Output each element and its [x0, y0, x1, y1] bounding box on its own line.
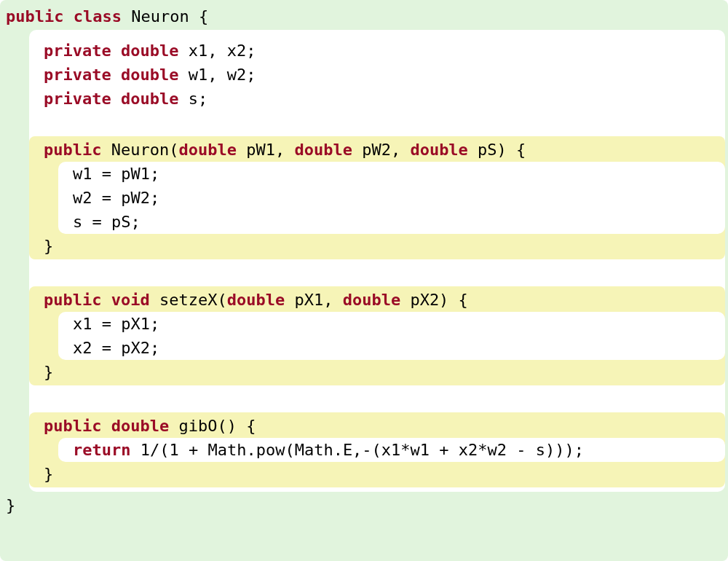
ctor-param: pS) { [468, 141, 526, 159]
ctor-param: pW2, [352, 141, 410, 159]
close-brace: } [29, 234, 725, 258]
keyword-double: double [178, 141, 236, 159]
method-body: return 1/(1 + Math.pow(Math.E,-(x1*w1 + … [58, 438, 725, 462]
field-names: s; [178, 90, 207, 108]
close-brace: } [3, 492, 725, 519]
keyword-private: private [44, 42, 111, 60]
class-body: private double x1, x2; private double w1… [29, 30, 725, 492]
field-declaration: private double x1, x2; [29, 39, 725, 63]
keyword-double: double [121, 66, 178, 84]
field-names: w1, w2; [178, 66, 256, 84]
keyword-double: double [227, 291, 285, 309]
method-signature: public double gibO() { [29, 414, 725, 438]
code-block: public class Neuron { private double x1,… [0, 0, 728, 561]
blank-line [29, 111, 725, 135]
keyword-private: private [44, 66, 111, 84]
keyword-public: public [44, 141, 101, 159]
keyword-private: private [44, 90, 111, 108]
method-param: pX1, [285, 291, 342, 309]
statement: w2 = pW2; [58, 186, 725, 210]
keyword-void: void [111, 291, 150, 309]
constructor-signature: public Neuron(double pW1, double pW2, do… [29, 138, 725, 162]
method-param: pX2) { [400, 291, 468, 309]
ctor-name: Neuron( [101, 141, 178, 159]
statement: s = pS; [58, 210, 725, 234]
constructor-body: w1 = pW1; w2 = pW2; s = pS; [58, 162, 725, 234]
keyword-public: public [6, 7, 63, 26]
class-declaration: public class Neuron { [3, 3, 725, 30]
keyword-class: class [74, 7, 122, 26]
method-name: setzeX( [150, 291, 227, 309]
constructor: public Neuron(double pW1, double pW2, do… [29, 136, 725, 259]
keyword-double: double [121, 42, 178, 60]
close-brace: } [29, 462, 725, 486]
method-setzex: public void setzeX(double pX1, double pX… [29, 286, 725, 385]
statement: x2 = pX2; [58, 336, 725, 360]
keyword-double: double [294, 141, 352, 159]
return-expr: 1/(1 + Math.pow(Math.E,-(x1*w1 + x2*w2 -… [130, 441, 584, 459]
keyword-double: double [121, 90, 178, 108]
statement: w1 = pW1; [58, 162, 725, 186]
method-body: x1 = pX1; x2 = pX2; [58, 312, 725, 360]
blank-line [29, 261, 725, 285]
open-brace: { [189, 7, 209, 26]
keyword-return: return [73, 441, 130, 459]
field-names: x1, x2; [178, 42, 256, 60]
keyword-double: double [111, 417, 169, 435]
statement: x1 = pX1; [58, 312, 725, 336]
keyword-double: double [410, 141, 467, 159]
field-declaration: private double s; [29, 87, 725, 111]
ctor-param: pW1, [237, 141, 294, 159]
blank-line [29, 387, 725, 411]
method-signature: public void setzeX(double pX1, double pX… [29, 288, 725, 312]
method-name: gibO() { [169, 417, 256, 435]
keyword-double: double [343, 291, 400, 309]
keyword-public: public [44, 417, 101, 435]
method-gibo: public double gibO() { return 1/(1 + Mat… [29, 412, 725, 487]
keyword-public: public [44, 291, 101, 309]
field-declaration: private double w1, w2; [29, 63, 725, 87]
class-name: Neuron [131, 7, 189, 26]
close-brace: } [29, 360, 725, 384]
return-statement: return 1/(1 + Math.pow(Math.E,-(x1*w1 + … [58, 438, 725, 462]
